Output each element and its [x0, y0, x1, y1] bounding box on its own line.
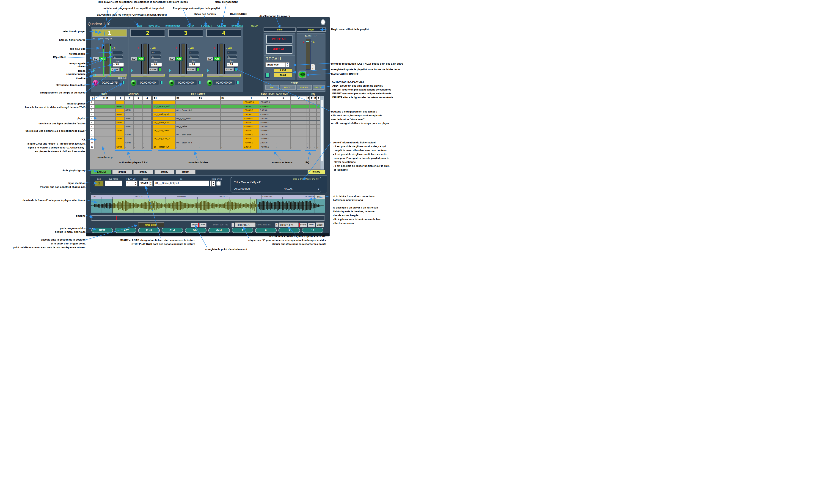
table-cell[interactable]: .	[116, 100, 124, 105]
select-start-field[interactable]: 00:00:16:75	[235, 223, 255, 227]
table-cell[interactable]: .	[153, 133, 176, 137]
table-cell[interactable]: .	[316, 117, 320, 121]
table-cell[interactable]: .	[310, 105, 313, 109]
row-number[interactable]: 11	[90, 141, 95, 145]
row-number[interactable]: 4	[90, 113, 95, 117]
volume-fader-handle[interactable]	[143, 74, 146, 74]
table-cell[interactable]: .	[221, 105, 243, 109]
autostart-checkbox[interactable]	[160, 81, 163, 84]
volume-fader-handle[interactable]	[220, 74, 223, 74]
table-cell[interactable]: .	[221, 137, 243, 141]
table-cell[interactable]: .	[316, 113, 320, 117]
pause-ball-button[interactable]	[93, 80, 98, 86]
table-cell[interactable]: .	[116, 125, 124, 129]
table-cell[interactable]: .	[313, 129, 316, 133]
table-header-E[interactable]: E	[310, 96, 313, 100]
eq-button[interactable]: EQ	[169, 57, 175, 61]
table-cell[interactable]: .	[176, 100, 198, 105]
table-cell[interactable]: .	[133, 117, 142, 121]
table-cell[interactable]: .	[124, 100, 133, 105]
table-cell[interactable]: .	[124, 137, 133, 141]
table-cell[interactable]: .	[153, 108, 176, 113]
peak-zero-label[interactable]: 0	[138, 47, 139, 50]
store-button[interactable]: STORE	[149, 68, 158, 71]
table-cell[interactable]: 07_-_Billy_Brow	[176, 133, 198, 137]
table-cell[interactable]: 0.00 5.0	[259, 133, 275, 137]
pad-g1-2[interactable]: G1>2	[162, 228, 183, 233]
row-number[interactable]: 10	[90, 137, 95, 141]
table-cell[interactable]: -70.00 5.0	[243, 108, 259, 113]
table-cell[interactable]: .	[153, 125, 176, 129]
autostart-checkbox[interactable]	[122, 81, 125, 84]
table-cell[interactable]: .	[142, 121, 151, 125]
row-number[interactable]: 12	[90, 145, 95, 149]
table-cell[interactable]: .	[133, 100, 142, 105]
table-cell[interactable]: .	[310, 141, 313, 145]
table-cell[interactable]: STAR	[116, 121, 124, 125]
pad-9[interactable]: 9	[279, 228, 300, 233]
history-button[interactable]: history	[308, 170, 325, 174]
table-cell[interactable]: .	[198, 133, 221, 137]
table-cell[interactable]: .	[313, 145, 316, 149]
table-cell[interactable]: STAR	[124, 117, 133, 121]
table-cell[interactable]: .	[176, 137, 198, 141]
table-cell[interactable]: .	[198, 129, 221, 133]
pause-all-button[interactable]: PAUSE ALL	[266, 35, 292, 44]
menu-folder[interactable]: FOLDER	[201, 24, 212, 27]
table-cell[interactable]: .	[133, 129, 142, 133]
table-cell[interactable]: 0.00 5.0	[259, 117, 275, 121]
table-cell[interactable]: -70.00 5.0	[243, 133, 259, 137]
table-cell[interactable]: .	[306, 129, 310, 133]
step-number-field[interactable]: 2	[95, 181, 104, 186]
master-spinner[interactable]: ▲▼	[311, 64, 315, 71]
table-cell[interactable]: .	[198, 105, 221, 109]
table-cell[interactable]: .	[310, 108, 313, 113]
table-cell[interactable]: .	[291, 117, 306, 121]
delete-points-button[interactable]: delete	[308, 223, 315, 227]
recalled-pan-box[interactable]: 5.	[151, 55, 161, 59]
table-cell[interactable]: .	[316, 141, 320, 145]
table-cell[interactable]: .	[313, 105, 316, 109]
table-cell[interactable]: .	[133, 133, 142, 137]
scroll-down-icon[interactable]: ▼	[320, 166, 323, 170]
table-cell[interactable]: .	[133, 145, 142, 149]
table-cell[interactable]: .	[306, 141, 310, 145]
table-cell[interactable]: .	[133, 125, 142, 129]
row-number[interactable]: 8	[90, 129, 95, 133]
table-cell[interactable]: 10_-_Happy_En	[153, 145, 176, 149]
table-cell[interactable]: .	[310, 113, 313, 117]
step-insert-button-2[interactable]: INSERT	[297, 85, 312, 89]
store-time-indicator[interactable]	[158, 67, 161, 71]
table-cell[interactable]: 0.00 5.0	[243, 105, 259, 109]
player-timeline[interactable]	[207, 74, 241, 76]
table-header-P1[interactable]: P1	[153, 96, 176, 100]
table-cell[interactable]: STAR	[116, 137, 124, 141]
table-cell[interactable]: -70.00 5.0	[259, 113, 275, 117]
row-number[interactable]: 2	[90, 105, 95, 109]
table-header-3[interactable]: 3	[275, 96, 291, 100]
table-cell[interactable]: STAR	[124, 133, 133, 137]
table-cell[interactable]: .	[310, 121, 313, 125]
table-cell[interactable]: .	[116, 141, 124, 145]
table-cell[interactable]: STAR	[116, 113, 124, 117]
tab-group3[interactable]: group3	[155, 170, 174, 174]
table-cell[interactable]: 0.00 5.0	[259, 141, 275, 145]
player-timeline[interactable]	[131, 74, 165, 76]
recall-next-button[interactable]: NEXT	[274, 73, 292, 77]
row-number[interactable]: 5	[90, 117, 95, 121]
table-cell[interactable]: .	[291, 125, 306, 129]
table-header-P3[interactable]: P3	[198, 96, 221, 100]
table-cell[interactable]: STAR	[124, 141, 133, 145]
table-cell[interactable]: .	[142, 113, 151, 117]
table-cell[interactable]: .	[306, 137, 310, 141]
rewind-icon[interactable]: |<	[131, 69, 134, 72]
table-cell[interactable]: .	[275, 113, 291, 117]
menu-save-as-[interactable]: save as...	[149, 24, 160, 27]
master-fader-handle[interactable]	[306, 41, 309, 42]
table-cell[interactable]: .	[124, 129, 133, 133]
table-cell[interactable]: .	[142, 145, 151, 149]
player-timeline[interactable]	[93, 74, 126, 76]
table-cell[interactable]: .	[95, 100, 116, 105]
recalled-level-box[interactable]: 0.	[189, 51, 199, 54]
table-cell[interactable]: .	[313, 108, 316, 113]
